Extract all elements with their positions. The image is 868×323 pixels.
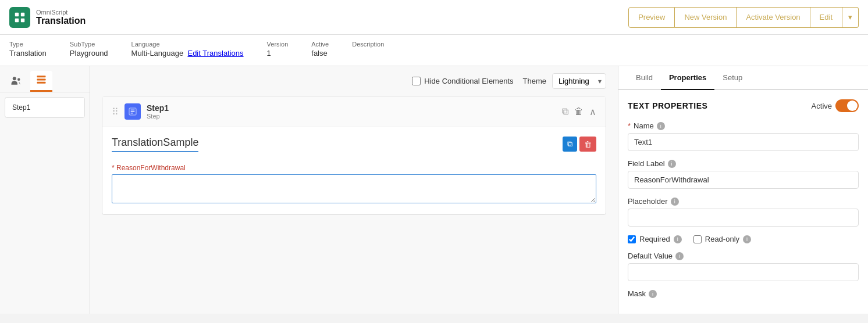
main-layout: Step1 Hide Conditional Elements Theme Li… [0,66,868,314]
step-header: ⠿ Step1 Step ⧉ 🗑 ∧ [102,96,606,127]
right-panel-tabs: Build Properties Setup [618,66,868,90]
placeholder-info-icon[interactable]: i [671,198,679,206]
element-title: TranslationSample [112,137,198,152]
meta-type: Type Translation [9,41,47,58]
active-label: Active [311,41,329,48]
drag-handle-icon[interactable]: ⠿ [112,106,119,117]
field-label-form-label: Field Label i [628,159,859,168]
field-label-info-icon[interactable]: i [668,160,676,168]
placeholder-input[interactable] [628,209,859,227]
form-group-field-label: Field Label i [628,159,859,189]
field-label-input[interactable] [628,171,859,189]
meta-language: Language Multi-Language Edit Translation… [131,41,244,58]
description-value [352,49,384,58]
element-block: TranslationSample ⧉ 🗑 * ReasonForWithdra… [112,137,596,205]
svg-point-4 [13,77,16,80]
step-delete-button[interactable]: 🗑 [574,106,584,117]
step-collapse-button[interactable]: ∧ [589,106,596,117]
canvas-toolbar: Hide Conditional Elements Theme Lightnin… [90,66,618,96]
readonly-info-icon[interactable]: i [743,235,751,243]
mask-form-label: Mask i [628,289,859,298]
meta-bar: Type Translation SubType Playground Lang… [0,35,868,66]
step-header-left: ⠿ Step1 Step [112,103,169,120]
svg-rect-8 [37,82,46,84]
required-checkbox-item: Required i [628,235,682,243]
form-group-default-value: Default Value i [628,252,859,281]
brand-subtitle: OmniScript [36,9,86,16]
dropdown-chevron-button[interactable]: ▾ [842,7,859,28]
form-group-mask: Mask i [628,289,859,298]
sidebar-tabs [0,66,90,92]
right-panel: Build Properties Setup TEXT PROPERTIES A… [618,66,868,314]
checkbox-group: Required i Read-only i [628,235,859,243]
element-delete-button[interactable]: 🗑 [579,137,596,152]
brand-text: OmniScript Translation [36,9,86,26]
brand: OmniScript Translation [9,7,86,28]
field-label-label: Field Label [628,159,665,168]
description-label: Description [352,41,384,48]
mask-info-icon[interactable]: i [649,290,657,298]
top-header: OmniScript Translation Preview New Versi… [0,0,868,35]
theme-selector: Theme Lightning Newport [523,73,606,89]
activate-version-button[interactable]: Activate Version [737,7,810,28]
brand-icon [9,7,30,28]
step-icon [124,103,141,120]
active-toggle-switch[interactable] [835,99,859,112]
default-value-form-label: Default Value i [628,252,859,260]
new-version-button[interactable]: New Version [675,7,737,28]
theme-label: Theme [523,77,546,85]
language-label: Language [131,41,244,48]
svg-rect-7 [37,79,46,81]
step-copy-button[interactable]: ⧉ [562,106,568,117]
brand-title: Translation [36,16,86,26]
version-value: 1 [267,49,289,58]
subtype-value: Playground [70,49,108,58]
step-actions: ⧉ 🗑 ∧ [562,106,596,117]
svg-rect-2 [15,18,19,21]
tab-build[interactable]: Build [628,66,661,90]
panel-title-text: TEXT PROPERTIES [628,101,707,110]
required-checkbox[interactable] [628,235,636,243]
element-copy-button[interactable]: ⧉ [563,137,577,152]
sidebar-tab-layers[interactable] [30,71,52,92]
required-label: Required [639,235,670,243]
meta-version: Version 1 [267,41,289,58]
svg-point-5 [17,78,20,81]
active-toggle-group: Active [812,99,859,112]
svg-rect-0 [15,12,19,16]
theme-select-wrap: Lightning Newport [552,73,606,89]
tab-properties[interactable]: Properties [661,66,714,90]
element-actions: ⧉ 🗑 [563,137,596,152]
hide-conditional-checkbox[interactable] [412,77,421,85]
default-value-info-icon[interactable]: i [675,252,684,260]
active-toggle-label: Active [812,102,832,110]
svg-rect-6 [37,76,46,77]
field-input[interactable] [112,174,596,203]
active-value: false [311,49,329,58]
step-block: ⠿ Step1 Step ⧉ 🗑 ∧ TranslationS [102,96,606,215]
step-subtitle: Step [147,113,169,120]
readonly-checkbox[interactable] [693,235,702,243]
preview-button[interactable]: Preview [628,7,675,28]
readonly-label: Read-only [705,235,739,243]
edit-button[interactable]: Edit [810,7,842,28]
field-label: * ReasonForWithdrawal [112,164,596,172]
top-actions: Preview New Version Activate Version Edi… [628,7,859,28]
tab-setup[interactable]: Setup [714,66,750,90]
default-value-label: Default Value [628,252,673,260]
name-form-label: * Name i [628,121,859,130]
required-info-icon[interactable]: i [674,235,682,243]
name-input[interactable] [628,133,859,151]
sidebar-tab-people[interactable] [5,71,27,92]
type-value: Translation [9,49,47,58]
sidebar-step-item[interactable]: Step1 [5,97,85,118]
readonly-checkbox-item: Read-only i [693,235,751,243]
step-title: Step1 [147,103,169,113]
default-value-input[interactable] [628,263,859,281]
right-panel-body: TEXT PROPERTIES Active * Name i Field La… [618,90,868,314]
svg-rect-1 [21,12,24,16]
hide-conditional-group: Hide Conditional Elements [412,77,513,85]
name-info-icon[interactable]: i [657,122,665,130]
edit-translations-link[interactable]: Edit Translations [187,49,243,58]
theme-dropdown[interactable]: Lightning Newport [552,73,606,89]
